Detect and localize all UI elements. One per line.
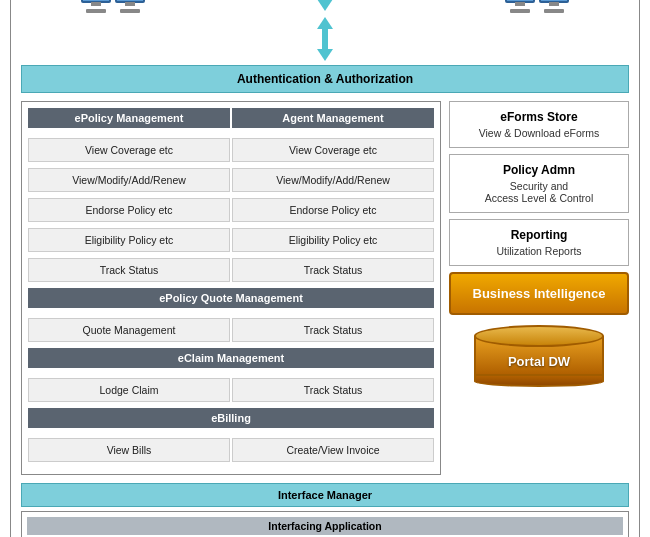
policy-admn-text: Security and Access Level & Control xyxy=(458,180,620,204)
main-container: Authentication & Authorization ePolicy M… xyxy=(10,0,640,537)
interface-manager: Interface Manager xyxy=(21,483,629,507)
view-coverage-row: View Coverage etc View Coverage etc xyxy=(28,138,434,162)
eligibility-row: Eligibility Policy etc Eligibility Polic… xyxy=(28,228,434,252)
right-monitors xyxy=(505,0,569,13)
epolicy-modify: View/Modify/Add/Renew xyxy=(28,168,230,192)
epolicy-eligibility: Eligibility Policy etc xyxy=(28,228,230,252)
center-arrow-down xyxy=(317,49,333,61)
lodge-claim: Lodge Claim xyxy=(28,378,230,402)
bidirectional-arrow xyxy=(317,0,333,11)
cylinder: Portal DW xyxy=(474,325,604,387)
monitor-base xyxy=(86,9,106,13)
cylinder-top xyxy=(474,325,604,347)
down-arrow-container xyxy=(21,17,629,61)
agent-view-coverage: View Coverage etc xyxy=(232,138,434,162)
create-invoice: Create/View Invoice xyxy=(232,438,434,462)
epolicy-track: Track Status xyxy=(28,258,230,282)
epolicy-header: ePolicy Management xyxy=(28,108,230,128)
ebilling-header-row: eBilling xyxy=(28,408,434,432)
eclaim-header: eClaim Management xyxy=(28,348,434,368)
policy-admn-title: Policy Admn xyxy=(458,163,620,177)
center-arrow-shaft xyxy=(322,29,328,49)
left-monitors xyxy=(81,0,145,13)
agent-eligibility: Eligibility Policy etc xyxy=(232,228,434,252)
portal-dw-cylinder: Portal DW xyxy=(449,321,629,391)
monitor-base-3 xyxy=(510,9,530,13)
arrow-down xyxy=(317,0,333,11)
eclaim-track: Track Status xyxy=(232,378,434,402)
top-headers-row: ePolicy Management Agent Management xyxy=(28,108,434,132)
quote-track: Track Status xyxy=(232,318,434,342)
quote-management: Quote Management xyxy=(28,318,230,342)
agent-modify: View/Modify/Add/Renew xyxy=(232,168,434,192)
agent-header: Agent Management xyxy=(232,108,434,128)
right-panel: eForms Store View & Download eForms Poli… xyxy=(449,101,629,475)
agent-track: Track Status xyxy=(232,258,434,282)
epolicy-endorse: Endorse Policy etc xyxy=(28,198,230,222)
monitor-icon-1 xyxy=(81,0,111,13)
epolicy-view-coverage: View Coverage etc xyxy=(28,138,230,162)
eforms-box: eForms Store View & Download eForms xyxy=(449,101,629,148)
top-icons-row xyxy=(21,0,629,13)
center-arrow-up xyxy=(317,17,333,29)
monitor-screen-3 xyxy=(505,0,535,3)
cylinder-bottom xyxy=(474,376,604,387)
bi-button[interactable]: Business Intelligence xyxy=(449,272,629,315)
interfacing-header: Interfacing Application xyxy=(27,517,623,535)
endorse-row: Endorse Policy etc Endorse Policy etc xyxy=(28,198,434,222)
reporting-title: Reporting xyxy=(458,228,620,242)
left-panel: ePolicy Management Agent Management View… xyxy=(21,101,441,475)
reporting-box: Reporting Utilization Reports xyxy=(449,219,629,266)
quote-header: ePolicy Quote Management xyxy=(28,288,434,308)
eclaim-items-row: Lodge Claim Track Status xyxy=(28,378,434,402)
monitor-screen-2 xyxy=(115,0,145,3)
monitor-base-4 xyxy=(544,9,564,13)
double-arrow xyxy=(317,0,333,11)
cylinder-label: Portal DW xyxy=(508,354,570,369)
interfacing-section: Interfacing Application Policy Managemen… xyxy=(21,511,629,538)
monitor-icon-4 xyxy=(539,0,569,13)
monitor-screen xyxy=(81,0,111,3)
auth-bar: Authentication & Authorization xyxy=(21,65,629,93)
eclaim-header-row: eClaim Management xyxy=(28,348,434,372)
eforms-text: View & Download eForms xyxy=(458,127,620,139)
quote-items-row: Quote Management Track Status xyxy=(28,318,434,342)
monitor-icon-3 xyxy=(505,0,535,13)
modify-row: View/Modify/Add/Renew View/Modify/Add/Re… xyxy=(28,168,434,192)
quote-header-row: ePolicy Quote Management xyxy=(28,288,434,312)
monitor-icon-2 xyxy=(115,0,145,13)
reporting-text: Utilization Reports xyxy=(458,245,620,257)
ebilling-header: eBilling xyxy=(28,408,434,428)
monitor-base-2 xyxy=(120,9,140,13)
center-arrow xyxy=(317,17,333,61)
track-status-row: Track Status Track Status xyxy=(28,258,434,282)
ebilling-items-row: View Bills Create/View Invoice xyxy=(28,438,434,462)
eforms-title: eForms Store xyxy=(458,110,620,124)
monitor-screen-4 xyxy=(539,0,569,3)
agent-endorse: Endorse Policy etc xyxy=(232,198,434,222)
view-bills: View Bills xyxy=(28,438,230,462)
main-area: ePolicy Management Agent Management View… xyxy=(21,101,629,475)
policy-admn-box: Policy Admn Security and Access Level & … xyxy=(449,154,629,213)
